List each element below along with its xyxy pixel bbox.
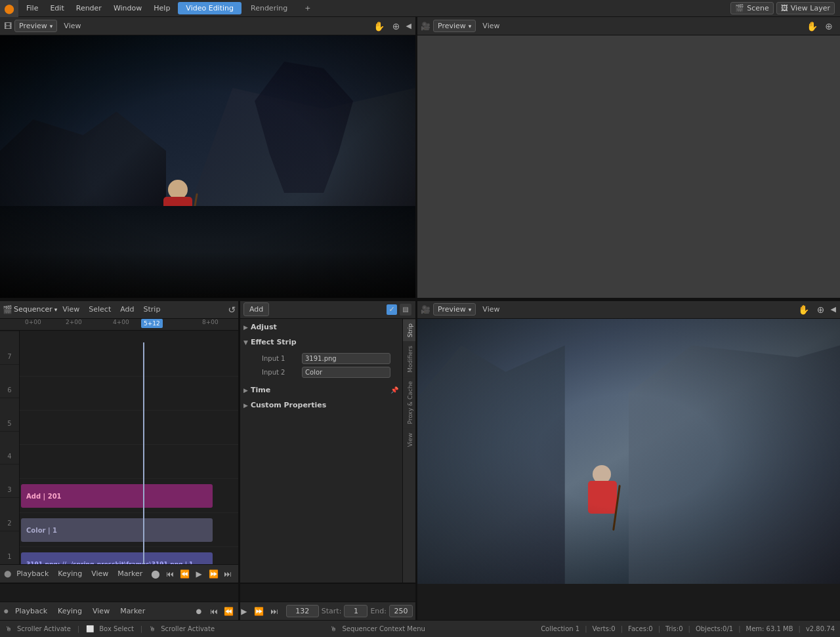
effect-strip-arrow: ▼: [243, 339, 248, 346]
next-keyframe-btn[interactable]: ⏭: [268, 605, 281, 618]
status-context-icon: 🖱: [330, 625, 337, 632]
divider-v-props[interactable]: [238, 300, 240, 620]
hand-tool-btn-render[interactable]: ✋: [797, 302, 811, 317]
viewlayer-selector[interactable]: 🖼 View Layer: [776, 2, 835, 14]
vignette: [0, 35, 415, 298]
time-section-header[interactable]: ▶ Time 📌: [241, 383, 401, 397]
play-btn[interactable]: ▶: [192, 567, 205, 581]
editor-type-icon-left: 🎞: [4, 22, 12, 31]
keying-menu[interactable]: Keying: [54, 568, 86, 579]
seq-add-menu[interactable]: Add: [116, 304, 138, 315]
custom-props-header[interactable]: ▶ Custom Properties: [241, 398, 401, 412]
prev-keyframe-btn[interactable]: ⏮: [207, 605, 220, 618]
field-input1: Input 1 3191.png: [251, 352, 396, 365]
workspace-add-tab[interactable]: +: [297, 2, 318, 14]
view-menu-render[interactable]: View: [478, 304, 503, 315]
status-mouse-icon: 🖱: [5, 625, 12, 632]
area-header-right-topright: ✋ ⊕: [805, 19, 836, 33]
viewport-editor-type[interactable]: Preview: [433, 20, 476, 32]
status-separator7: |: [738, 625, 740, 632]
seq-refresh-btn[interactable]: ↺: [228, 304, 236, 315]
video-preview-content: [0, 35, 415, 298]
render-preview-content: [417, 319, 840, 584]
area-header-right-render: ✋ ⊕ ◀: [797, 302, 836, 317]
props-checkbox[interactable]: ✓: [387, 304, 397, 315]
view-label-tl[interactable]: View: [89, 606, 114, 617]
vtab-modifiers[interactable]: Modifiers: [403, 341, 415, 377]
hand-tool-btn-topleft[interactable]: ✋: [372, 19, 387, 33]
menu-edit[interactable]: Edit: [45, 3, 69, 14]
marker-menu[interactable]: Marker: [114, 568, 146, 579]
jump-start-btn[interactable]: ⬤: [149, 567, 162, 581]
scene-icon: 🎬: [735, 4, 744, 12]
zoom-tool-btn-topright[interactable]: ⊕: [822, 19, 836, 33]
scene-selector[interactable]: 🎬 Scene: [730, 2, 774, 14]
frame-end-btn[interactable]: ⏭: [221, 567, 234, 581]
menu-window[interactable]: Window: [108, 3, 147, 14]
next-frame-btn[interactable]: ⏩: [207, 567, 220, 581]
adjust-section-header[interactable]: ▶ Adjust: [241, 320, 401, 334]
status-version: v2.80.74: [806, 625, 835, 632]
chan-2: 2: [0, 497, 19, 531]
gray-viewport-content: [417, 35, 840, 298]
input2-value[interactable]: Color: [302, 367, 390, 378]
props-add-btn[interactable]: Add: [243, 302, 269, 316]
marker-label-tl[interactable]: Marker: [116, 606, 149, 617]
timeline-controls: ⬤ Playback Keying View Marker ⬤ ⏮ ⏪ ▶ ⏩ …: [0, 564, 238, 583]
area-3d-header: 🎥 Preview View ✋ ⊕: [417, 17, 840, 35]
divider-v-main[interactable]: [415, 17, 417, 620]
status-scroller-activate2: Scroller Activate: [161, 625, 215, 632]
time-header-left: ▶ Time: [243, 386, 270, 394]
view-menu-tl[interactable]: View: [87, 568, 112, 579]
render-preview-header: 🎥 Preview View ✋ ⊕ ◀: [417, 300, 840, 319]
frame-dot-icon: ●: [4, 608, 9, 614]
jump-start-btn2[interactable]: ●: [192, 605, 205, 618]
area-options-topleft[interactable]: ◀: [406, 22, 411, 30]
menu-file[interactable]: File: [21, 3, 43, 14]
chan-1: 1: [0, 531, 19, 564]
workspace-tab-rendering[interactable]: Rendering: [243, 2, 295, 14]
keying-label[interactable]: Keying: [54, 606, 86, 617]
chan-7: 7: [0, 331, 19, 364]
menu-render[interactable]: Render: [71, 3, 107, 14]
workspace-tab-video-editing[interactable]: Video Editing: [178, 2, 242, 14]
strip-video[interactable]: 3191.png: //../spring_presskit\frames\31…: [21, 552, 213, 564]
playback-label[interactable]: Playback: [11, 606, 51, 617]
preview-editor-type[interactable]: Preview: [14, 20, 57, 32]
seq-strip-menu[interactable]: Strip: [140, 304, 165, 315]
prev-frame-btn[interactable]: ⏪: [178, 567, 191, 581]
view-menu-topleft[interactable]: View: [60, 17, 85, 35]
zoom-tool-btn-topleft[interactable]: ⊕: [389, 19, 404, 33]
statusbar: 🖱 Scroller Activate | ⬜ Box Select | 🖱 S…: [0, 620, 840, 637]
start-frame-input[interactable]: 1: [344, 605, 368, 617]
strip-color[interactable]: Color | 1: [21, 518, 213, 542]
strip-color-label: Color | 1: [26, 527, 57, 534]
render-editor-type[interactable]: Preview: [433, 303, 476, 316]
current-frame-display[interactable]: 132: [286, 605, 319, 617]
vtab-view[interactable]: View: [403, 428, 415, 451]
seq-view-menu[interactable]: View: [58, 304, 83, 315]
area-options-render[interactable]: ◀: [831, 305, 836, 314]
timeline-ruler: 0+00 2+00 4+00 5+12 8+00: [0, 319, 238, 331]
next-frame-btn2[interactable]: ⏩: [253, 605, 266, 618]
menu-help[interactable]: Help: [148, 3, 175, 14]
effect-strip-header[interactable]: ▼ Effect Strip: [241, 335, 401, 349]
view-menu-topright[interactable]: View: [478, 20, 503, 31]
prev-frame-btn2[interactable]: ⏪: [222, 605, 236, 618]
top-menubar-right: 🎬 Scene 🖼 View Layer: [730, 2, 840, 14]
chan-4: 4: [0, 431, 19, 464]
strip-add[interactable]: Add | 201: [21, 484, 213, 508]
frame-start-btn[interactable]: ⏮: [163, 567, 177, 581]
hand-tool-btn-topright[interactable]: ✋: [805, 19, 819, 33]
viewlayer-icon: 🖼: [781, 4, 788, 12]
zoom-tool-btn-render[interactable]: ⊕: [814, 302, 828, 317]
strip-add-label: Add | 201: [26, 493, 62, 500]
sequencer-editor-type[interactable]: Sequencer: [14, 305, 57, 314]
vtab-strip[interactable]: Strip: [403, 319, 415, 341]
playback-menu[interactable]: Playback: [12, 568, 52, 579]
end-frame-input[interactable]: 250: [389, 605, 413, 617]
divider-h-main[interactable]: [0, 299, 840, 301]
vtab-proxy-cache[interactable]: Proxy & Cache: [403, 377, 415, 428]
seq-select-menu[interactable]: Select: [85, 304, 115, 315]
input1-value[interactable]: 3191.png: [302, 353, 390, 364]
